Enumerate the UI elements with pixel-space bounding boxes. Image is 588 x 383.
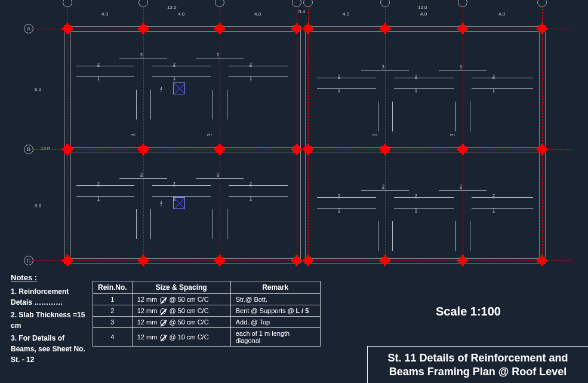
rebar-bar-vertical: [136, 209, 137, 239]
column-marker: [216, 25, 223, 32]
rebar-bar: [152, 185, 211, 186]
slab-outline: [305, 152, 545, 152]
dim-col-3: 4.0: [254, 11, 261, 17]
rebar-bar-vertical: [150, 90, 151, 120]
slab-outline: [305, 263, 545, 263]
grid-marker-col: [380, 0, 390, 7]
column-marker: [381, 146, 389, 153]
rebar-label-2: 2: [338, 74, 340, 78]
rebar-bar: [472, 78, 533, 78]
slab-outline: [305, 258, 545, 259]
gridline-h-A: [33, 29, 571, 29]
rebar-bar: [472, 197, 533, 198]
rebar-label-3: 3: [140, 53, 143, 57]
slab-outline: [64, 147, 300, 148]
grid-marker-col: [63, 0, 72, 7]
rebar-bar-vertical: [227, 209, 227, 239]
rebar-label-1: 1: [492, 208, 495, 212]
slab-outline: [305, 31, 545, 32]
rebar-bar: [76, 66, 134, 66]
column-marker: [381, 257, 389, 264]
rebar-label-3: 3: [450, 134, 454, 136]
table-cell-no: 3: [93, 317, 133, 328]
rebar-label-4: 4: [160, 87, 162, 91]
rebar-label-1: 1: [338, 208, 340, 212]
rebar-label-3: 3: [382, 184, 384, 188]
rebar-bar: [229, 66, 288, 66]
dim-row-BC: 5.8: [35, 203, 41, 209]
rebar-bar: [361, 190, 409, 191]
dim-gap: 0.4: [298, 9, 305, 14]
rebar-bar: [229, 196, 288, 197]
reinforcement-table: Rein.No. Size & Spacing Remark 112 mm @ …: [93, 281, 321, 347]
table-header-no: Rein.No.: [93, 281, 133, 294]
rebar-label-1: 1: [97, 76, 100, 81]
rebar-label-2: 2: [415, 74, 417, 78]
rebar-label-1: 1: [250, 196, 252, 200]
rebar-label-3: 3: [140, 172, 143, 176]
column-marker: [64, 257, 71, 264]
rebar-bar: [317, 88, 376, 89]
rebar-label-2: 2: [415, 194, 417, 198]
rebar-bar: [317, 197, 376, 198]
gridline-v-1: [67, 0, 68, 266]
slab-outline: [64, 26, 65, 263]
grid-marker-col: [215, 0, 224, 7]
column-marker: [459, 146, 466, 153]
column-marker: [293, 257, 300, 264]
rebar-bar: [229, 76, 288, 77]
rebar-label-2: 2: [173, 62, 176, 66]
rebar-bar: [76, 76, 134, 77]
table-cell-size: 12 mm @ 10 cm C/C: [132, 328, 230, 347]
slab-outline: [64, 258, 300, 259]
rebar-label-1: 1: [97, 196, 100, 200]
column-marker: [140, 257, 147, 264]
rebar-label-2: 2: [338, 194, 340, 198]
table-cell-no: 2: [93, 305, 133, 317]
column-marker: [140, 25, 147, 32]
rebar-bar: [152, 66, 211, 66]
rebar-bar-vertical: [227, 90, 227, 120]
dim-col-2: 4.0: [178, 11, 184, 17]
table-cell-size: 12 mm @ 50 cm C/C: [132, 294, 230, 305]
rebar-label-3: 3: [460, 65, 462, 69]
column-marker: [459, 25, 466, 32]
rebar-label-3: 3: [130, 134, 134, 136]
dim-col-4: 4.0: [343, 11, 349, 17]
rebar-label-2: 2: [250, 62, 252, 66]
slab-outline: [305, 147, 545, 148]
column-marker: [64, 146, 71, 153]
dim-col-1: 4.0: [101, 11, 108, 17]
rebar-label-2: 2: [492, 74, 495, 78]
rebar-bar: [119, 178, 167, 179]
diameter-icon: [160, 320, 166, 326]
column-marker: [293, 25, 300, 32]
table-row: 312 mm @ 50 cm C/CAdd. @ Top: [93, 317, 321, 328]
rebar-bar: [439, 190, 487, 191]
gridline-v-8: [542, 0, 543, 266]
rebar-bar: [394, 88, 454, 89]
grid-marker-row-B: B: [24, 145, 33, 154]
diameter-icon: [160, 297, 166, 303]
slab-outline: [305, 26, 306, 263]
column-marker: [64, 25, 71, 32]
rebar-bar: [394, 78, 454, 78]
rebar-label-1: 1: [338, 88, 340, 93]
rebar-bar-vertical: [378, 102, 378, 131]
rebar-bar: [229, 185, 288, 186]
rebar-bar-vertical: [392, 221, 393, 251]
column-marker: [304, 25, 312, 32]
column-marker: [538, 146, 546, 153]
rebar-bar: [76, 185, 134, 186]
table-cell-no: 4: [93, 328, 133, 347]
rebar-bar-vertical: [455, 221, 456, 251]
title-line-2: Beams Framing Plan @ Roof Level: [375, 365, 581, 379]
slab-outline: [545, 26, 546, 263]
gridline-h-C: [33, 261, 571, 261]
rebar-bar-vertical: [213, 90, 213, 120]
table-row: 112 mm @ 50 cm C/CStr.@ Bott.: [93, 294, 321, 305]
dim-span-right: 12.0: [418, 5, 427, 10]
grid-marker-row-A: A: [24, 24, 33, 33]
opening-cross-icon: [173, 197, 185, 209]
gridline-h-B: [33, 149, 571, 150]
